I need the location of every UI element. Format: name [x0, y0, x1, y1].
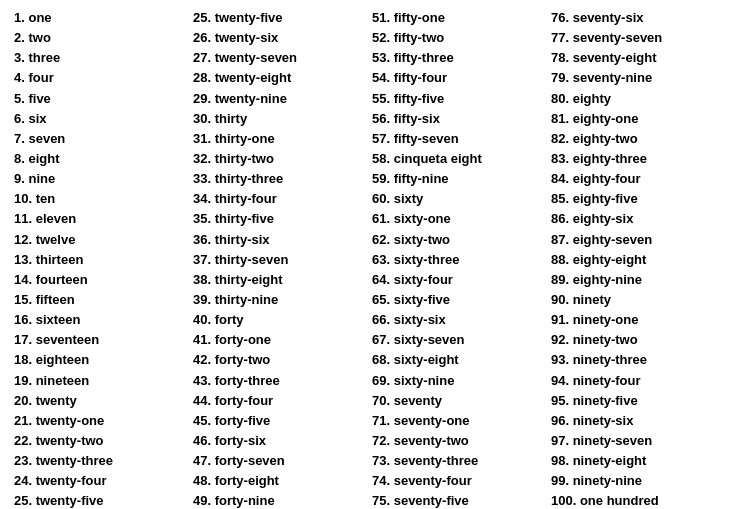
list-item: 61. sixty-one — [372, 209, 543, 229]
list-item: 43. forty-three — [193, 371, 364, 391]
list-item: 88. eighty-eight — [551, 250, 722, 270]
list-item: 18. eighteen — [14, 350, 185, 370]
list-item: 12. twelve — [14, 230, 185, 250]
list-item: 48. forty-eight — [193, 471, 364, 491]
list-item: 44. forty-four — [193, 391, 364, 411]
list-item: 71. seventy-one — [372, 411, 543, 431]
list-item: 13. thirteen — [14, 250, 185, 270]
list-item: 54. fifty-four — [372, 68, 543, 88]
list-item: 35. thirty-five — [193, 209, 364, 229]
list-item: 8. eight — [14, 149, 185, 169]
list-item: 45. forty-five — [193, 411, 364, 431]
list-item: 38. thirty-eight — [193, 270, 364, 290]
list-item: 40. forty — [193, 310, 364, 330]
list-item: 87. eighty-seven — [551, 230, 722, 250]
list-item: 47. forty-seven — [193, 451, 364, 471]
list-item: 89. eighty-nine — [551, 270, 722, 290]
list-item: 90. ninety — [551, 290, 722, 310]
list-item: 95. ninety-five — [551, 391, 722, 411]
list-item: 55. fifty-five — [372, 89, 543, 109]
list-item: 97. ninety-seven — [551, 431, 722, 451]
list-item: 60. sixty — [372, 189, 543, 209]
list-item: 31. thirty-one — [193, 129, 364, 149]
list-item: 5. five — [14, 89, 185, 109]
list-item: 51. fifty-one — [372, 8, 543, 28]
column-4: 76. seventy-six77. seventy-seven78. seve… — [547, 8, 726, 509]
list-item: 41. forty-one — [193, 330, 364, 350]
list-item: 14. fourteen — [14, 270, 185, 290]
list-item: 33. thirty-three — [193, 169, 364, 189]
list-item: 27. twenty-seven — [193, 48, 364, 68]
list-item: 20. twenty — [14, 391, 185, 411]
list-item: 65. sixty-five — [372, 290, 543, 310]
list-item: 30. thirty — [193, 109, 364, 129]
list-item: 58. cinqueta eight — [372, 149, 543, 169]
list-item: 9. nine — [14, 169, 185, 189]
list-item: 26. twenty-six — [193, 28, 364, 48]
list-item: 79. seventy-nine — [551, 68, 722, 88]
list-item: 57. fifty-seven — [372, 129, 543, 149]
list-item: 11. eleven — [14, 209, 185, 229]
list-item: 84. eighty-four — [551, 169, 722, 189]
list-item: 98. ninety-eight — [551, 451, 722, 471]
list-item: 6. six — [14, 109, 185, 129]
list-item: 53. fifty-three — [372, 48, 543, 68]
list-item: 46. forty-six — [193, 431, 364, 451]
list-item: 23. twenty-three — [14, 451, 185, 471]
list-item: 77. seventy-seven — [551, 28, 722, 48]
list-item: 29. twenty-nine — [193, 89, 364, 109]
list-item: 2. two — [14, 28, 185, 48]
list-item: 86. eighty-six — [551, 209, 722, 229]
list-item: 19. nineteen — [14, 371, 185, 391]
column-2: 25. twenty-five26. twenty-six27. twenty-… — [189, 8, 368, 509]
list-item: 62. sixty-two — [372, 230, 543, 250]
list-item: 92. ninety-two — [551, 330, 722, 350]
list-item: 52. fifty-two — [372, 28, 543, 48]
list-item: 17. seventeen — [14, 330, 185, 350]
list-item: 34. thirty-four — [193, 189, 364, 209]
list-item: 56. fifty-six — [372, 109, 543, 129]
list-item: 91. ninety-one — [551, 310, 722, 330]
list-item: 68. sixty-eight — [372, 350, 543, 370]
list-item: 76. seventy-six — [551, 8, 722, 28]
list-item: 75. seventy-five — [372, 491, 543, 509]
list-item: 93. ninety-three — [551, 350, 722, 370]
list-item: 25. twenty-five — [14, 491, 185, 509]
list-item: 80. eighty — [551, 89, 722, 109]
list-item: 16. sixteen — [14, 310, 185, 330]
list-item: 21. twenty-one — [14, 411, 185, 431]
list-item: 32. thirty-two — [193, 149, 364, 169]
list-item: 94. ninety-four — [551, 371, 722, 391]
list-item: 69. sixty-nine — [372, 371, 543, 391]
list-item: 49. forty-nine — [193, 491, 364, 509]
list-item: 15. fifteen — [14, 290, 185, 310]
list-item: 81. eighty-one — [551, 109, 722, 129]
number-list-container: 1. one2. two3. three4. four5. five6. six… — [10, 8, 726, 509]
list-item: 70. seventy — [372, 391, 543, 411]
list-item: 3. three — [14, 48, 185, 68]
list-item: 63. sixty-three — [372, 250, 543, 270]
list-item: 28. twenty-eight — [193, 68, 364, 88]
list-item: 39. thirty-nine — [193, 290, 364, 310]
list-item: 1. one — [14, 8, 185, 28]
list-item: 100. one hundred — [551, 491, 722, 509]
list-item: 4. four — [14, 68, 185, 88]
list-item: 99. ninety-nine — [551, 471, 722, 491]
list-item: 36. thirty-six — [193, 230, 364, 250]
list-item: 73. seventy-three — [372, 451, 543, 471]
column-3: 51. fifty-one52. fifty-two53. fifty-thre… — [368, 8, 547, 509]
list-item: 24. twenty-four — [14, 471, 185, 491]
list-item: 72. seventy-two — [372, 431, 543, 451]
list-item: 78. seventy-eight — [551, 48, 722, 68]
list-item: 83. eighty-three — [551, 149, 722, 169]
list-item: 42. forty-two — [193, 350, 364, 370]
list-item: 85. eighty-five — [551, 189, 722, 209]
list-item: 59. fifty-nine — [372, 169, 543, 189]
list-item: 67. sixty-seven — [372, 330, 543, 350]
list-item: 66. sixty-six — [372, 310, 543, 330]
list-item: 25. twenty-five — [193, 8, 364, 28]
list-item: 64. sixty-four — [372, 270, 543, 290]
list-item: 82. eighty-two — [551, 129, 722, 149]
list-item: 10. ten — [14, 189, 185, 209]
list-item: 96. ninety-six — [551, 411, 722, 431]
